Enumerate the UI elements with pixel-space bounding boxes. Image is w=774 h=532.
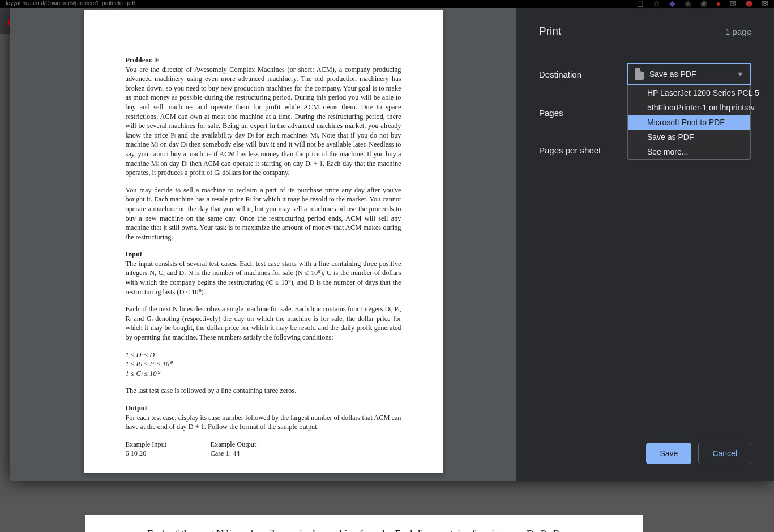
destination-option-0[interactable]: HP LaserJet 1200 Series PCL 5	[628, 85, 750, 100]
destination-dropdown[interactable]: Save as PDF ▼ HP LaserJet 1200 Series PC…	[627, 63, 751, 85]
constraint2: 1 ≤ Rᵢ < Pᵢ ≤ 10⁹	[126, 359, 401, 369]
tray-icon-3: ◉	[700, 0, 707, 8]
destination-option-1[interactable]: 5thFloorPrinter-1 on lhrprintsrv	[628, 100, 750, 115]
constraint1: 1 ≤ Dᵢ ≤ D	[126, 350, 401, 360]
input-end: The last test case is followed by a line…	[126, 386, 401, 396]
print-preview-panel: Problem: F You are the director of Aweso…	[10, 8, 516, 481]
doc-para2: You may decide to sell a machine to recl…	[126, 186, 401, 242]
browser-path-bar: tayyabhi.ashraf/Downloads/problem1_prote…	[0, 0, 774, 8]
example-input: 6 10 20	[126, 449, 211, 458]
input-para2: Each of the next N lines describes a sin…	[126, 304, 401, 342]
output-header: Output	[126, 404, 401, 413]
cancel-button[interactable]: Cancel	[698, 443, 751, 464]
tray-icon-7: ✉	[762, 0, 768, 8]
print-settings-panel: Print 1 page Destination Save as PDF ▼ H…	[516, 8, 774, 481]
example-output: Case 1: 44	[211, 449, 296, 458]
tray-icon-2: ◉	[685, 0, 691, 8]
pdf-icon	[635, 68, 644, 80]
save-button[interactable]: Save	[646, 443, 691, 464]
chevron-down-icon: ▼	[737, 71, 743, 78]
example-output-label: Example Output	[211, 440, 296, 449]
document-preview: Problem: F You are the director of Aweso…	[84, 10, 443, 473]
destination-option-3[interactable]: Save as PDF	[628, 130, 750, 144]
output-para: For each test case, display its case num…	[126, 413, 401, 432]
destination-label: Destination	[539, 70, 627, 79]
destination-option-4[interactable]: See more...	[628, 144, 750, 159]
destination-value: Save as PDF	[649, 70, 696, 79]
tray-icon: ◆	[669, 0, 675, 8]
input-para1: The input consists of several test cases…	[126, 259, 401, 297]
page-count: 1 page	[725, 27, 751, 36]
browser-top-right-icons: ◻ ☆ ◆ ◉ ◉ ● ✉ ⬢ ✉	[637, 0, 768, 8]
destination-option-2[interactable]: Microsoft Print to PDF	[628, 115, 750, 130]
pages-label: Pages	[539, 108, 627, 118]
destination-dropdown-options: HP LaserJet 1200 Series PCL 5 5thFloorPr…	[627, 85, 751, 160]
tray-icon-6: ⬢	[746, 0, 752, 8]
constraint3: 1 ≤ Gᵢ ≤ 10⁹	[126, 369, 401, 379]
pages-per-sheet-label: Pages per sheet	[539, 145, 627, 155]
tray-icon-4: ●	[716, 0, 721, 8]
example-input-label: Example Input	[126, 440, 211, 449]
underlying-pdf-page: Each of the next N lines describes a sin…	[85, 515, 643, 532]
tray-icon-5: ✉	[730, 0, 737, 8]
input-header: Input	[126, 250, 401, 259]
print-title: Print	[539, 25, 561, 37]
window-icon: ◻	[637, 0, 644, 8]
print-dialog: Problem: F You are the director of Aweso…	[10, 8, 774, 481]
problem-header: Problem: F	[126, 55, 401, 65]
doc-para1: You are the director of Awesomely Comple…	[126, 65, 401, 178]
bookmark-icon: ☆	[653, 0, 660, 8]
